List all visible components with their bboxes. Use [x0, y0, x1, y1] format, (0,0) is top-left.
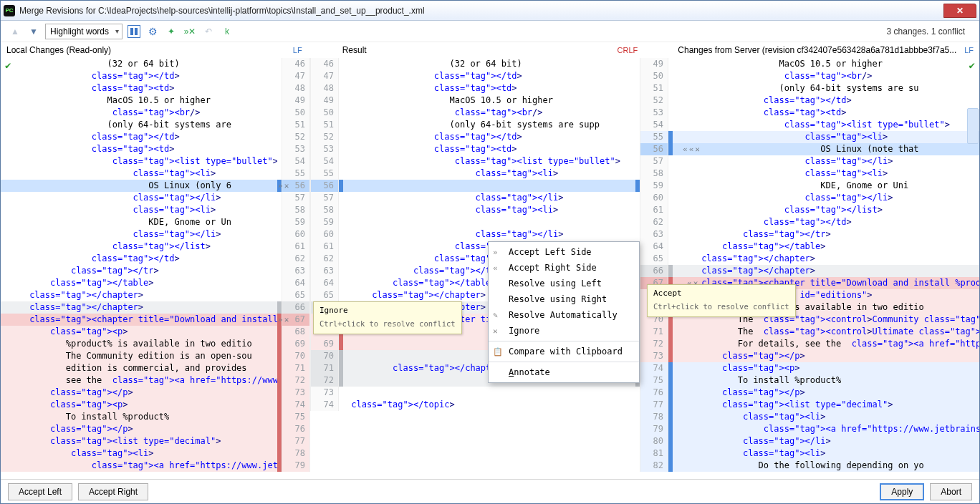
code-line[interactable]: %product% is available in two editio69 — [1, 338, 310, 350]
code-line[interactable]: 50 class="tag"><br/> — [640, 70, 979, 82]
code-line[interactable]: 61 class="tag"></list> — [640, 204, 979, 216]
code-line[interactable]: 66 class="tag"></chapter> — [640, 265, 979, 277]
menu-item[interactable]: 📋Compare with Clipboard — [489, 344, 639, 359]
code-line[interactable]: 56 — [310, 180, 640, 192]
code-line[interactable]: 51 (only 64-bit systems are su — [640, 82, 979, 94]
code-line[interactable]: 58 class="tag"><li> — [640, 168, 979, 180]
code-line[interactable]: 54 class="tag"><list type="bullet"> — [310, 155, 640, 168]
menu-item[interactable]: Annotate — [489, 364, 639, 380]
menu-item[interactable]: ✎Resolve Automatically — [489, 307, 639, 323]
code-line[interactable]: 58 class="tag"><li> — [310, 204, 640, 216]
jump-icon[interactable]: k — [220, 24, 234, 39]
code-line[interactable]: 65 class="tag"></chapter> — [640, 253, 979, 265]
code-line[interactable]: class="tag"></td>52 — [1, 131, 310, 143]
code-line[interactable]: class="tag"></td>62 — [1, 253, 310, 265]
code-line[interactable]: 48 class="tag"><td> — [310, 82, 640, 94]
code-line[interactable]: 62 class="tag"></td> — [640, 216, 979, 228]
menu-item[interactable]: ✕Ignore — [489, 323, 639, 339]
code-line[interactable]: 71 The class="tag"><control>Ultimate cla… — [640, 326, 979, 338]
code-line[interactable]: 52 class="tag"></td> — [310, 131, 640, 143]
code-line[interactable]: To install %product%75 — [1, 411, 310, 423]
code-line[interactable]: 74 class="tag"></topic> — [310, 399, 640, 411]
code-line[interactable]: 63 class="tag"></tr> — [640, 228, 979, 241]
code-line[interactable]: class="tag"></table>64 — [1, 277, 310, 289]
code-line[interactable]: class="tag"><chapter title="Download and… — [1, 314, 310, 326]
code-line[interactable]: edition is commercial, and provides 71 — [1, 362, 310, 374]
code-line[interactable]: 57 class="tag"></li> — [310, 192, 640, 204]
code-line[interactable]: 64 class="tag"></table> — [640, 241, 979, 253]
abort-button[interactable]: Abort — [930, 483, 972, 500]
code-line[interactable]: class="tag"><br/>50 — [1, 107, 310, 119]
apply-button[interactable]: Apply — [880, 483, 924, 500]
close-button[interactable]: ✕ — [943, 4, 976, 18]
code-line[interactable]: 55 class="tag"><li> — [640, 131, 979, 143]
menu-item[interactable]: Resolve using Left — [489, 276, 639, 291]
scrollbar-thumb[interactable] — [967, 108, 979, 144]
right-editor[interactable]: 49 MacOS 10.5 or higher50 class="tag"><b… — [640, 58, 979, 479]
code-line[interactable]: KDE, Gnome or Un59 — [1, 216, 310, 228]
code-line[interactable]: 49 MacOS 10.5 or higher — [310, 94, 640, 107]
undo-icon[interactable]: ↶ — [201, 24, 216, 39]
code-line[interactable]: (32 or 64 bit)46 — [1, 58, 310, 70]
code-line[interactable]: class="tag"></tr>63 — [1, 265, 310, 277]
code-line[interactable]: class="tag"></p>73 — [1, 387, 310, 399]
left-editor[interactable]: (32 or 64 bit)46 class="tag"></td>47 cla… — [1, 58, 310, 479]
code-line[interactable]: 73 class="tag"></p> — [640, 350, 979, 362]
next-change-icon[interactable]: ▼ — [27, 24, 41, 39]
code-line[interactable]: class="tag"><list type="decimal">77 — [1, 435, 310, 447]
code-line[interactable]: class="tag"><p>68 — [1, 326, 310, 338]
code-line[interactable]: class="tag"><a href="https://www.jetbrai… — [1, 460, 310, 472]
settings-icon[interactable]: ⚙ — [145, 24, 160, 39]
code-line[interactable]: 60 class="tag"></li> — [640, 192, 979, 204]
menu-item[interactable]: «Accept Right Side — [489, 260, 639, 276]
code-line[interactable]: 47 class="tag"></td> — [310, 70, 640, 82]
menu-item[interactable]: Resolve using Right — [489, 291, 639, 307]
right-line56-actions[interactable]: ««✕ — [683, 143, 700, 155]
code-line[interactable]: 80 class="tag"></li> — [640, 435, 979, 447]
code-line[interactable]: 73 — [310, 387, 640, 399]
code-line[interactable]: 54 class="tag"><list type="bullet"> — [640, 119, 979, 131]
code-line[interactable]: class="tag"></li>57 — [1, 192, 310, 204]
code-line[interactable]: 49 MacOS 10.5 or higher — [640, 58, 979, 70]
apply-non-conflicts-icon[interactable]: »✕ — [183, 24, 197, 39]
menu-item[interactable]: »Accept Left Side — [489, 244, 639, 260]
code-line[interactable]: 79 class="tag"><a href="https://www.jetb… — [640, 423, 979, 435]
code-line[interactable]: 74 class="tag"><p> — [640, 362, 979, 374]
code-line[interactable]: class="tag"></li>60 — [1, 228, 310, 241]
magic-resolve-icon[interactable]: ✦ — [164, 24, 178, 39]
code-line[interactable]: 81 class="tag"><li> — [640, 447, 979, 460]
code-line[interactable]: class="tag"><td>53 — [1, 143, 310, 155]
accept-right-button[interactable]: Accept Right — [78, 483, 148, 500]
code-line[interactable]: MacOS 10.5 or higher49 — [1, 94, 310, 107]
code-line[interactable]: class="tag"></p>76 — [1, 423, 310, 435]
code-line[interactable]: OS Linux (only 656 — [1, 180, 310, 192]
code-line[interactable]: class="tag"><p>74 — [1, 399, 310, 411]
prev-change-icon[interactable]: ▲ — [8, 24, 22, 39]
accept-left-button[interactable]: Accept Left — [8, 483, 72, 500]
highlight-mode-dropdown[interactable]: Highlight words — [45, 24, 123, 39]
code-line[interactable]: 57 class="tag"></li> — [640, 155, 979, 168]
side-by-side-icon[interactable] — [128, 25, 140, 38]
code-line[interactable]: class="tag"></chapter>65 — [1, 289, 310, 301]
code-line[interactable]: class="tag"><list type="bullet">54 — [1, 155, 310, 168]
code-line[interactable]: 72 For details, see the class="tag"><a h… — [640, 338, 979, 350]
code-line[interactable]: 52 class="tag"></td> — [640, 94, 979, 107]
code-line[interactable]: 76 class="tag"></p> — [640, 387, 979, 399]
code-line[interactable]: (only 64-bit systems are51 — [1, 119, 310, 131]
code-line[interactable]: see the class="tag"><a href="https://www… — [1, 374, 310, 387]
code-line[interactable]: class="tag"><li>55 — [1, 168, 310, 180]
code-line[interactable]: class="tag"><li>78 — [1, 447, 310, 460]
code-line[interactable]: 82 Do the following depending on yo — [640, 460, 979, 472]
code-line[interactable]: 53 class="tag"><td> — [310, 143, 640, 155]
code-line[interactable]: 50 class="tag"><br/> — [310, 107, 640, 119]
code-line[interactable]: 55 class="tag"><li> — [310, 168, 640, 180]
code-line[interactable]: class="tag"></list>61 — [1, 241, 310, 253]
code-line[interactable]: 51 (only 64-bit systems are supp — [310, 119, 640, 131]
code-line[interactable]: 46 (32 or 64 bit) — [310, 58, 640, 70]
code-line[interactable]: 78 class="tag"><li> — [640, 411, 979, 423]
code-line[interactable]: class="tag"><td>48 — [1, 82, 310, 94]
code-line[interactable]: 77 class="tag"><list type="decimal"> — [640, 399, 979, 411]
code-line[interactable]: 59 — [310, 216, 640, 228]
code-line[interactable]: 59 KDE, Gnome or Uni — [640, 180, 979, 192]
code-line[interactable]: 60 class="tag"></li> — [310, 228, 640, 241]
